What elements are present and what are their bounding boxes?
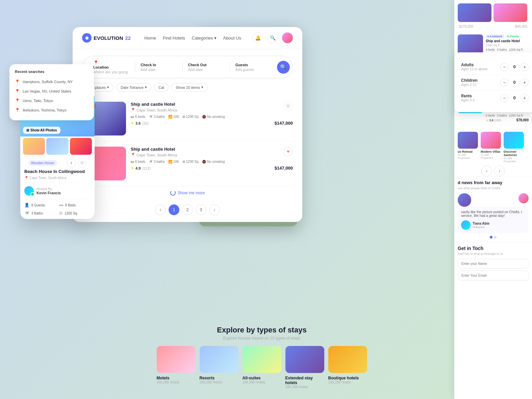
filter-date[interactable]: Date Tolrance ▾ [116,83,151,92]
bed-icon-0: 🛏 [131,115,134,119]
news-title: d news from far away [458,180,529,185]
rp-baths-3: 3 baths [497,114,507,117]
explore-label-0: Motels [157,376,196,380]
favorite-button-0[interactable]: ♡ [283,102,293,111]
adults-plus-button[interactable]: + [521,63,529,71]
search-icon[interactable]: 🔍 [267,32,278,43]
nav-about[interactable]: About Us [223,35,241,41]
recent-item-1[interactable]: 📍 Las Vegas, NV, United States [15,86,88,96]
recent-item-3[interactable]: 📍 Ikebukuro, Toshima, Tokyo [15,105,88,115]
explore-card-1[interactable]: Resorts 188,288 Hotels [200,346,238,389]
pagination-next[interactable]: › [209,204,220,215]
guests-label: Guests [235,63,272,67]
adults-label: Adults [461,63,487,67]
location-pin-icon: 📍 [93,60,99,65]
carousel-prev[interactable]: ‹ [481,166,492,176]
children-plus-button[interactable]: + [521,78,529,86]
hotel-card-1[interactable]: Ship and castle Hotel 📍 Cape Town, South… [82,141,293,186]
adults-minus-button[interactable]: − [500,63,508,71]
mobile-favorite-button[interactable]: ♡ [78,159,86,168]
adults-sub: Ages 13 or above [461,67,487,71]
dest-card-2[interactable]: Modern Villas 11,288 Properties [481,132,501,163]
favorite-button-1[interactable]: ♥ [283,147,293,156]
dot-1 [490,236,492,239]
infants-minus-button[interactable]: − [500,94,508,102]
explore-label-3: Extended stay hotels [285,376,324,385]
thumb-1[interactable] [23,138,45,155]
reviewer: Tiana Abie Malaysia [461,220,525,230]
contact-email-input[interactable] [458,271,529,280]
explore-label-4: Boutique hotels [328,376,367,380]
nav-home[interactable]: Home [144,35,156,41]
pagination: ‹ 1 2 3 › [73,198,302,222]
explore-count-2: 188,288 Hotels [243,380,281,384]
user-avatar[interactable] [282,32,293,43]
star-icon-1: ★ [131,166,134,170]
explore-count-3: 188,288 Hotels [285,385,324,389]
star-icon-0: ★ [131,121,134,125]
review-count-1: (112) [142,166,151,170]
search-submit-button[interactable]: 🔍 [277,61,290,74]
show-more-button[interactable]: Show me more [170,190,205,196]
thumb-3[interactable] [70,138,92,155]
brand-num: 22 [125,35,131,41]
brand-name: EVOLUTION [94,35,123,41]
explore-grid: Motels 188,288 Hotels Resorts 188,288 Ho… [73,346,451,389]
search-magnify-icon: 🔍 [280,64,287,70]
filter-date-label: Date Tolrance [121,85,144,90]
rp-hotel-img-1 [458,34,483,55]
filter-cat[interactable]: Cat [154,83,169,92]
location-icon-1: 📍 [131,153,135,157]
navbar: ◉ EVOLUTION 22 Home Find Hotels Categori… [73,27,302,49]
host-avatar [24,186,34,196]
rp-beds-1: 4 beds [486,48,495,51]
explore-img-2 [243,346,281,373]
pagination-page-3[interactable]: 3 [196,204,206,215]
hotel-card-0[interactable]: Undn Ship and castle Hotel 📍 Cape Town, … [82,96,293,141]
recent-item-0[interactable]: 📍 Hamptons, Suffolk County, NY [15,77,88,86]
mobile-thumbnails [20,136,95,155]
location-label: Location [93,65,129,69]
nav-find-hotels[interactable]: Find Hotels [163,35,185,41]
contact-name-input[interactable] [458,259,529,269]
dest-card-3[interactable]: Discover Santorini 11,288 Properties [504,132,524,163]
location-field[interactable]: 📍 Location Where are you going [88,59,135,75]
dest-card-1[interactable]: us Retreat 11,288 Properties [458,132,478,163]
infants-controls: − 0 + [500,94,529,102]
rp-heart-1[interactable]: ♡ [525,34,529,39]
location-value: Where are you going [93,70,129,74]
notification-bell-icon[interactable]: 🔔 [252,32,263,43]
explore-card-2[interactable]: All-suites 188,288 Hotels [243,346,281,389]
recent-text-0: Hamptons, Suffolk County, NY [23,80,73,84]
pagination-page-1[interactable]: 1 [169,204,179,215]
photos-grid-icon: ⊞ [26,128,29,132]
pagination-page-2[interactable]: 2 [182,204,193,215]
sqft-icon: ⊞ [59,211,62,216]
carousel-next[interactable]: › [494,166,505,176]
stat-sqft: ⊞ 1200 Sq [59,211,91,216]
host-name: Kevin Francis [36,191,61,195]
show-photos-overlay: ⊞ Show All Photos [23,127,60,134]
checkout-field[interactable]: Check Out Add date [182,61,230,73]
explore-card-4[interactable]: Boutique hotels 188,288 Hotels [328,346,367,389]
recent-text-2: Ueno, Taito, Tokyo [23,99,53,103]
share-button[interactable]: ↑ [67,159,76,168]
show-photos-button[interactable]: ⊞ Show All Photos [23,127,60,134]
thumb-2[interactable] [46,138,68,155]
chevron-icon-3: ▾ [201,85,203,90]
infants-plus-button[interactable]: + [521,94,529,102]
dest-count-1: 11,288 Properties [458,153,478,159]
explore-card-3[interactable]: Extended stay hotels 188,288 Hotels [285,346,324,389]
explore-card-0[interactable]: Motels 188,288 Hotels [157,346,196,389]
children-minus-button[interactable]: − [500,78,508,86]
filter-show-items[interactable]: Show 10 items ▾ [171,83,208,92]
checkin-field[interactable]: Check In Add date [135,61,182,73]
checkin-label: Check In [141,63,177,67]
reviewer-avatar [461,220,471,230]
guests-field[interactable]: Guests Add guests [230,61,277,73]
pagination-prev[interactable]: ‹ [155,204,166,215]
dest-img-3 [504,132,524,149]
explore-img-4 [328,346,367,373]
recent-item-2[interactable]: 📍 Ueno, Taito, Tokyo [15,96,88,105]
nav-categories[interactable]: Categories▾ [192,35,217,41]
